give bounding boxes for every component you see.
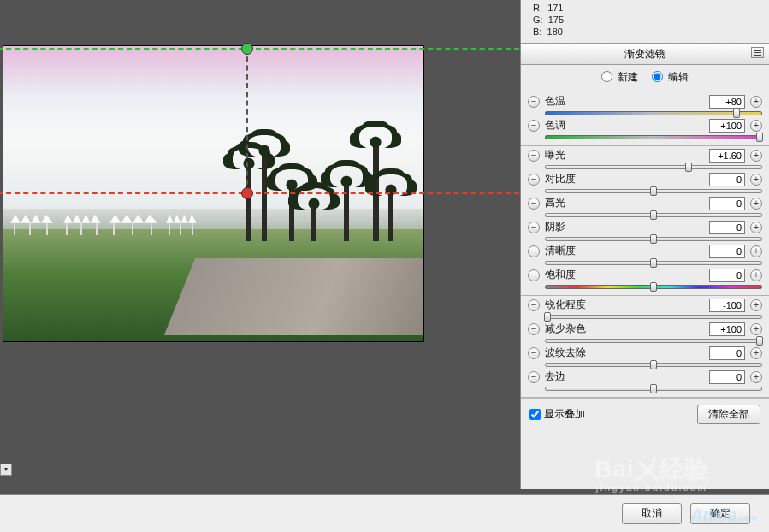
plus-button-temp[interactable]: + (750, 96, 762, 108)
scroll-down-icon[interactable]: ▾ (0, 464, 12, 476)
plus-button-exposure[interactable]: + (750, 150, 762, 162)
adjustments-panel: R: 171 G: 175 B: 180 渐变滤镜 新建 编辑 − 色温 +− … (520, 0, 769, 489)
slider-track-tint[interactable] (545, 133, 762, 141)
minus-button-highlights[interactable]: − (528, 198, 540, 210)
slider-value-noise[interactable] (709, 322, 745, 336)
dialog-footer: 取消 确定 (0, 494, 769, 532)
slider-track-moire[interactable] (545, 361, 762, 369)
sliders-container: − 色温 +− 色调 +− 曝光 +− 对比度 +− 高光 +− 阴影 +− 清… (521, 92, 769, 398)
gradient-handle-bottom[interactable] (241, 187, 253, 199)
slider-thumb-moire[interactable] (650, 360, 657, 369)
slider-value-moire[interactable] (709, 346, 745, 360)
plus-button-clarity[interactable]: + (750, 245, 762, 257)
slider-track-sharpness[interactable] (545, 313, 762, 321)
slider-label-clarity: 清晰度 (545, 244, 704, 258)
gradient-guide-bottom[interactable] (0, 192, 519, 194)
slider-value-sharpness[interactable] (709, 299, 745, 312)
slider-thumb-noise[interactable] (756, 336, 763, 346)
slider-label-noise: 减少杂色 (545, 322, 704, 336)
plus-button-moire[interactable]: + (750, 347, 762, 359)
gradient-guide-vertical[interactable] (246, 48, 248, 193)
mode-selector: 新建 编辑 (521, 65, 769, 92)
slider-value-tint[interactable] (709, 119, 745, 133)
slider-value-contrast[interactable] (709, 173, 745, 186)
panel-title: 渐变滤镜 (521, 44, 769, 65)
minus-button-sharpness[interactable]: − (528, 299, 540, 311)
minus-button-saturation[interactable]: − (528, 269, 540, 281)
show-overlay-label: 显示叠加 (544, 407, 585, 422)
slider-label-moire: 波纹去除 (545, 346, 704, 360)
slider-value-saturation[interactable] (709, 269, 745, 282)
slider-track-saturation[interactable] (545, 283, 762, 291)
minus-button-temp[interactable]: − (528, 96, 540, 108)
slider-value-highlights[interactable] (709, 197, 745, 210)
ok-button[interactable]: 确定 (690, 503, 750, 524)
plus-button-sharpness[interactable]: + (750, 299, 762, 311)
slider-label-highlights: 高光 (545, 196, 704, 210)
slider-track-exposure[interactable] (545, 163, 762, 171)
slider-thumb-exposure[interactable] (685, 163, 692, 172)
mode-edit-radio[interactable]: 编辑 (652, 71, 689, 83)
slider-track-shadows[interactable] (545, 235, 762, 243)
minus-button-tint[interactable]: − (528, 120, 540, 132)
plus-button-highlights[interactable]: + (750, 198, 762, 210)
show-overlay-checkbox[interactable] (529, 409, 541, 420)
gradient-guide-top[interactable] (0, 48, 519, 50)
minus-button-noise[interactable]: − (528, 323, 540, 335)
slider-value-clarity[interactable] (709, 245, 745, 258)
slider-thumb-shadows[interactable] (650, 234, 657, 244)
slider-value-shadows[interactable] (709, 221, 745, 234)
plus-button-defringe[interactable]: + (750, 371, 762, 383)
minus-button-contrast[interactable]: − (528, 174, 540, 186)
panel-menu-icon[interactable] (751, 47, 764, 58)
slider-label-shadows: 阴影 (545, 220, 704, 234)
slider-value-defringe[interactable] (709, 370, 745, 384)
clear-all-button[interactable]: 清除全部 (697, 405, 760, 424)
plus-button-noise[interactable]: + (750, 323, 762, 335)
slider-track-defringe[interactable] (545, 385, 762, 393)
slider-thumb-defringe[interactable] (650, 384, 657, 393)
slider-value-temp[interactable] (709, 95, 745, 109)
gradient-handle-top[interactable] (241, 43, 253, 55)
slider-track-noise[interactable] (545, 337, 762, 345)
canvas-area: ▾ (0, 0, 520, 476)
slider-thumb-contrast[interactable] (650, 186, 657, 196)
slider-label-contrast: 对比度 (545, 172, 704, 186)
slider-track-temp[interactable] (545, 109, 762, 117)
slider-label-exposure: 曝光 (545, 148, 704, 163)
slider-track-contrast[interactable] (545, 187, 762, 195)
plus-button-saturation[interactable]: + (750, 269, 762, 281)
slider-thumb-sharpness[interactable] (544, 312, 551, 322)
slider-label-sharpness: 锐化程度 (545, 298, 704, 312)
slider-thumb-tint[interactable] (756, 133, 763, 142)
slider-label-tint: 色调 (545, 118, 704, 133)
slider-label-defringe: 去边 (545, 369, 704, 384)
slider-thumb-temp[interactable] (733, 109, 740, 118)
minus-button-moire[interactable]: − (528, 347, 540, 359)
cancel-button[interactable]: 取消 (622, 503, 682, 524)
slider-thumb-saturation[interactable] (650, 282, 657, 292)
panel-footer: 显示叠加 清除全部 (521, 398, 769, 430)
plus-button-contrast[interactable]: + (750, 174, 762, 186)
slider-label-temp: 色温 (545, 94, 704, 109)
slider-track-clarity[interactable] (545, 259, 762, 267)
minus-button-clarity[interactable]: − (528, 245, 540, 257)
slider-thumb-highlights[interactable] (650, 210, 657, 220)
plus-button-shadows[interactable]: + (750, 222, 762, 233)
slider-value-exposure[interactable] (709, 149, 745, 163)
slider-label-saturation: 饱和度 (545, 268, 704, 282)
minus-button-exposure[interactable]: − (528, 150, 540, 162)
slider-thumb-clarity[interactable] (650, 258, 657, 268)
mode-new-radio[interactable]: 新建 (601, 71, 638, 83)
minus-button-defringe[interactable]: − (528, 371, 540, 383)
minus-button-shadows[interactable]: − (528, 222, 540, 233)
slider-track-highlights[interactable] (545, 211, 762, 219)
rgb-readout: R: 171 G: 175 B: 180 (521, 0, 769, 44)
plus-button-tint[interactable]: + (750, 120, 762, 132)
